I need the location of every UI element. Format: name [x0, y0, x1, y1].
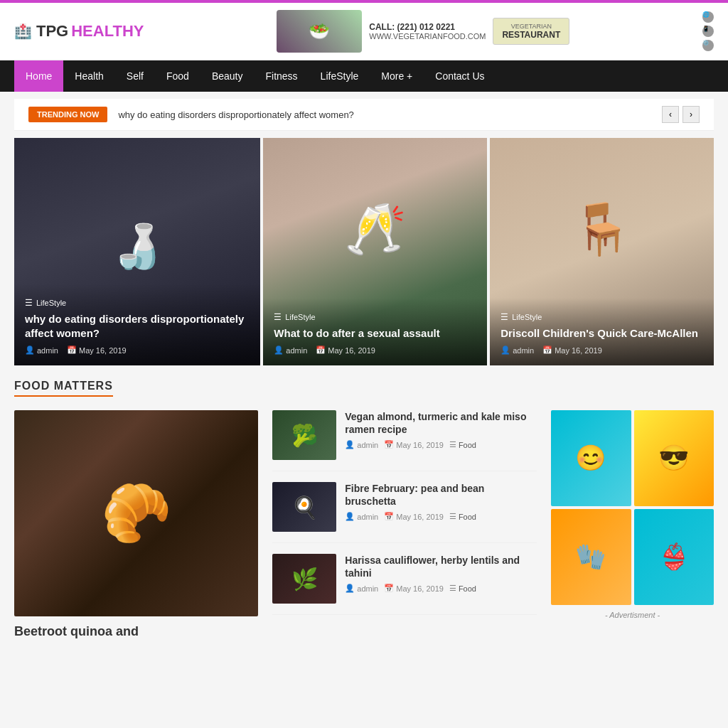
hero-card-3[interactable]: ☰ LifeStyle Driscoll Children's Quick Ca… — [490, 138, 714, 365]
hero-category-1: ☰ LifeStyle — [25, 298, 250, 308]
ad-cell-1[interactable]: 😊 — [551, 410, 631, 506]
top-header: 🏥 TPG HEALTHY 🥗 CALL: (221) 012 0221 WWW… — [0, 3, 728, 60]
hero-title-1: why do eating disorders disproportionate… — [25, 312, 250, 340]
nav-lifestyle[interactable]: LifeStyle — [309, 60, 370, 92]
category-icon-3: ☰ — [500, 312, 508, 322]
food-item-meta-3: 👤 admin 📅 May 16, 2019 ☰ Food — [345, 584, 537, 593]
header-restaurant: VEGETARIAN RESTAURANT — [493, 18, 569, 45]
trending-nav: ‹ › — [662, 106, 700, 123]
hero-category-label-1: LifeStyle — [36, 299, 66, 307]
restaurant-label: RESTAURANT — [502, 30, 560, 40]
food-author-2: 👤 admin — [345, 512, 378, 521]
social-icon-3[interactable]: ⚙️ — [702, 40, 714, 51]
hero-author-3: 👤 admin — [500, 346, 534, 355]
food-main-image — [14, 410, 258, 616]
hero-card-2[interactable]: ☰ LifeStyle What to do after a sexual as… — [263, 138, 487, 365]
trending-badge: TRENDING NOW — [28, 107, 107, 122]
trending-bar: TRENDING NOW why do eating disorders dis… — [14, 99, 714, 131]
header-contact: CALL: (221) 012 0221 WWW.VEGETARIANFOOD.… — [369, 22, 486, 41]
hero-date-3: 📅 May 16, 2019 — [542, 346, 602, 355]
vegetarian-label: VEGETARIAN — [502, 23, 560, 30]
food-item-content-1: Vegan almond, turmeric and kale miso ram… — [345, 410, 537, 460]
social-icon-2[interactable]: 📱 — [702, 26, 714, 37]
food-item-meta-1: 👤 admin 📅 May 16, 2019 ☰ Food — [345, 440, 537, 449]
food-item-title-1: Vegan almond, turmeric and kale miso ram… — [345, 410, 537, 436]
nav-home[interactable]: Home — [14, 60, 63, 92]
hero-category-3: ☰ LifeStyle — [500, 312, 703, 322]
food-thumb-1: 🥦 — [272, 410, 336, 460]
food-list-item-3[interactable]: 🌿 Harissa cauliflower, herby lentils and… — [272, 554, 537, 615]
nav-health[interactable]: Health — [63, 60, 114, 92]
food-thumb-icon-1: 🥦 — [291, 423, 318, 448]
food-cat-1: ☰ Food — [449, 440, 476, 449]
category-icon-2: ☰ — [274, 312, 282, 322]
header-food-image: 🥗 — [277, 10, 362, 53]
food-main-article[interactable]: Beetroot quinoa and — [14, 410, 258, 640]
nav-more[interactable]: More + — [370, 60, 424, 92]
food-item-content-3: Harissa cauliflower, herby lentils and t… — [345, 554, 537, 604]
food-date-3: 📅 May 16, 2019 — [384, 584, 444, 593]
food-matters-title: FOOD MATTERS — [14, 380, 113, 397]
food-thumb-2: 🍳 — [272, 482, 336, 532]
hero-overlay-2: ☰ LifeStyle What to do after a sexual as… — [263, 298, 487, 366]
nav-fitness[interactable]: Fitness — [254, 60, 309, 92]
logo-prefix: TPG — [36, 22, 68, 41]
food-cat-2: ☰ Food — [449, 512, 476, 521]
food-thumb-icon-2: 🍳 — [291, 495, 318, 520]
food-list-item-2[interactable]: 🍳 Fibre February: pea and bean bruschett… — [272, 482, 537, 543]
header-social-icons: 🌐 📱 ⚙️ — [702, 11, 714, 51]
advertisment-label: - Advertisment - — [551, 611, 714, 619]
food-cat-3: ☰ Food — [449, 584, 476, 593]
logo-name: HEALTHY — [71, 22, 144, 41]
food-date-2: 📅 May 16, 2019 — [384, 512, 444, 521]
trending-next-button[interactable]: › — [682, 106, 700, 123]
food-matters-header: FOOD MATTERS — [14, 380, 714, 400]
food-placeholder: 🥗 — [277, 10, 362, 53]
phone-number: CALL: (221) 012 0221 — [369, 22, 486, 32]
hero-category-label-2: LifeStyle — [285, 313, 315, 321]
hero-title-3: Driscoll Children's Quick Care-McAllen — [500, 326, 703, 341]
logo-icon: 🏥 — [14, 23, 32, 40]
food-list: 🥦 Vegan almond, turmeric and kale miso r… — [272, 410, 537, 640]
food-date-1: 📅 May 16, 2019 — [384, 440, 444, 449]
hero-meta-1: 👤 admin 📅 May 16, 2019 — [25, 346, 250, 355]
hero-section: ☰ LifeStyle why do eating disorders disp… — [14, 138, 714, 365]
hero-card-1[interactable]: ☰ LifeStyle why do eating disorders disp… — [14, 138, 260, 365]
food-item-meta-2: 👤 admin 📅 May 16, 2019 ☰ Food — [345, 512, 537, 521]
food-list-item-1[interactable]: 🥦 Vegan almond, turmeric and kale miso r… — [272, 410, 537, 471]
food-thumb-icon-3: 🌿 — [291, 567, 318, 592]
ad-cell-3[interactable]: 🧤 — [551, 509, 631, 605]
hero-overlay-1: ☰ LifeStyle why do eating disorders disp… — [14, 284, 260, 365]
header-center: 🥗 CALL: (221) 012 0221 WWW.VEGETARIANFOO… — [277, 10, 569, 53]
nav-self[interactable]: Self — [115, 60, 155, 92]
ad-grid: 😊 😎 🧤 👙 — [551, 410, 714, 605]
hero-author-1: 👤 admin — [25, 346, 58, 355]
category-icon-1: ☰ — [25, 298, 33, 308]
food-main-title: Beetroot quinoa and — [14, 623, 258, 640]
hero-meta-2: 👤 admin 📅 May 16, 2019 — [274, 346, 476, 355]
food-item-title-2: Fibre February: pea and bean bruschetta — [345, 482, 537, 508]
hero-overlay-3: ☰ LifeStyle Driscoll Children's Quick Ca… — [490, 298, 714, 366]
restaurant-badge: VEGETARIAN RESTAURANT — [493, 18, 569, 45]
nav-beauty[interactable]: Beauty — [200, 60, 255, 92]
food-author-1: 👤 admin — [345, 440, 378, 449]
hero-title-2: What to do after a sexual assault — [274, 326, 476, 341]
hero-meta-3: 👤 admin 📅 May 16, 2019 — [500, 346, 703, 355]
hero-date-1: 📅 May 16, 2019 — [67, 346, 127, 355]
trending-prev-button[interactable]: ‹ — [662, 106, 679, 123]
ad-cell-4[interactable]: 👙 — [634, 509, 714, 605]
food-ads: 😊 😎 🧤 👙 - Advertisment - — [551, 410, 714, 640]
nav-contact[interactable]: Contact Us — [424, 60, 496, 92]
food-author-3: 👤 admin — [345, 584, 378, 593]
ad-cell-2[interactable]: 😎 — [634, 410, 714, 506]
food-thumb-3: 🌿 — [272, 554, 336, 604]
social-icon-1[interactable]: 🌐 — [702, 11, 714, 23]
website-url: WWW.VEGETARIANFOOD.COM — [369, 32, 486, 41]
hero-category-2: ☰ LifeStyle — [274, 312, 476, 322]
hero-category-label-3: LifeStyle — [512, 313, 542, 321]
food-item-title-3: Harissa cauliflower, herby lentils and t… — [345, 554, 537, 579]
main-nav: Home Health Self Food Beauty Fitness Lif… — [0, 60, 728, 92]
food-matters-grid: Beetroot quinoa and 🥦 Vegan almond, turm… — [14, 410, 714, 640]
hero-author-2: 👤 admin — [274, 346, 307, 355]
nav-food[interactable]: Food — [155, 60, 200, 92]
